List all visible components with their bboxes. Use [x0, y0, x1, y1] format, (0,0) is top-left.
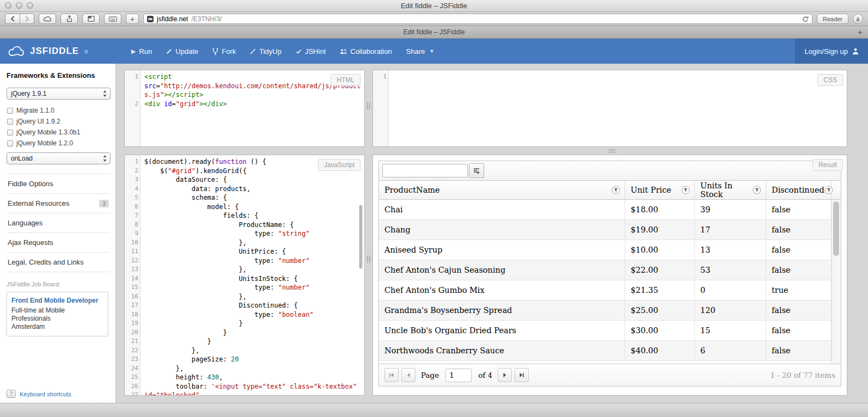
icloud-tabs-button[interactable]: [39, 14, 56, 24]
chevron-down-icon: ▼: [430, 48, 435, 54]
extension-checkbox-jquery-mobile-13[interactable]: jQuery Mobile 1.3.0b1: [7, 128, 110, 136]
section-label: Languages: [8, 219, 42, 227]
table-row[interactable]: Northwoods Cranberry Sauce$40.006false: [379, 341, 832, 361]
code-line: 14 UnitsInStock: {: [144, 274, 361, 284]
grid-cell: 6: [695, 341, 766, 360]
forward-button[interactable]: [20, 14, 34, 24]
menu-label: Share: [406, 47, 425, 56]
pager-page-input[interactable]: [445, 369, 472, 382]
minimize-window-button[interactable]: [16, 2, 22, 9]
help-button[interactable]: ?: [7, 390, 16, 398]
sidebar-item-external-resources[interactable]: External Resources 3: [7, 193, 110, 213]
menu-label: Run: [139, 47, 152, 56]
address-bar[interactable]: jsfiddle.net /E3TNH/3/: [143, 14, 812, 24]
pager-info: 1 - 20 of 77 items: [770, 371, 835, 379]
table-row[interactable]: Chai$18.0039false: [379, 200, 832, 220]
scrollbar-thumb[interactable]: [359, 205, 363, 269]
grid-scrollbar-track[interactable]: [832, 200, 841, 364]
seek-last-icon: [519, 372, 524, 378]
page-curl-extension-button[interactable]: [82, 14, 100, 24]
extension-checkbox-migrate[interactable]: Migrate 1.1.0: [7, 107, 110, 114]
splitter-grip: [368, 256, 370, 263]
column-header-label: Unit Price: [631, 186, 671, 194]
grid-search-input[interactable]: [382, 164, 468, 177]
line-number: 27: [125, 391, 138, 395]
check-icon: [296, 48, 302, 54]
new-tab-toolbar-button[interactable]: +: [126, 14, 139, 24]
grid-cell: false: [766, 220, 832, 240]
result-panel-label: Result: [812, 159, 843, 171]
html-editor[interactable]: 1<script src="http://demos.kendoui.com/c…: [125, 72, 364, 146]
pager-last-button[interactable]: [515, 368, 529, 382]
extension-checkbox-jquery-mobile-12[interactable]: jQuery Mobile 1.2.0: [7, 139, 110, 147]
back-button[interactable]: [5, 14, 20, 24]
table-row[interactable]: Chef Anton's Cajun Seasoning$22.0053fals…: [379, 260, 832, 280]
pager-next-button[interactable]: [498, 368, 512, 382]
column-header-discontinued[interactable]: Discontinued: [766, 181, 832, 199]
menu-tidyup[interactable]: TidyUp: [243, 39, 289, 64]
line-number: 19: [125, 319, 138, 328]
active-tab[interactable]: Edit fiddle – JSFiddle: [0, 26, 868, 38]
css-editor[interactable]: 1: [373, 72, 847, 146]
vertical-splitter[interactable]: [365, 155, 372, 396]
table-row[interactable]: Chef Anton's Gumbo Mix$21.350true: [379, 280, 832, 301]
menu-jshint[interactable]: JSHint: [289, 39, 333, 64]
new-tab-button[interactable]: +: [858, 26, 863, 38]
filter-icon[interactable]: [612, 186, 620, 194]
menu-run[interactable]: ▶ Run: [124, 39, 159, 64]
column-header-unit-price[interactable]: Unit Price: [625, 181, 695, 199]
grid-scrollbar-thumb[interactable]: [833, 201, 839, 256]
page-curl-icon: [88, 16, 95, 22]
column-header-units-in-stock[interactable]: Units In Stock: [695, 181, 766, 199]
sidebar-item-languages[interactable]: Languages: [7, 213, 110, 232]
column-header-label: Units In Stock: [700, 181, 753, 199]
section-label: Legal, Credits and Links: [8, 258, 83, 266]
menu-collaboration[interactable]: Collaboration: [333, 39, 399, 64]
line-number: 17: [125, 301, 138, 310]
close-window-button[interactable]: [5, 2, 11, 9]
filter-icon[interactable]: [753, 186, 761, 194]
menu-update[interactable]: Update: [159, 39, 205, 64]
people-icon: [340, 48, 347, 54]
table-row[interactable]: Grandma's Boysenberry Spread$25.00120fal…: [379, 301, 832, 321]
js-editor[interactable]: 1$(document).ready(function () {2 $("#gr…: [125, 157, 364, 395]
grid-toolbar-button[interactable]: [469, 163, 484, 178]
keyboard-shortcuts-link[interactable]: Keyboard shortcuts: [20, 391, 71, 397]
column-header-productname[interactable]: ProductName: [379, 181, 625, 199]
grid-cell: 15: [695, 321, 766, 340]
keyboard-extension-button[interactable]: [104, 14, 121, 24]
table-row[interactable]: Chang$19.0017false: [379, 220, 832, 240]
vertical-splitter[interactable]: [365, 70, 372, 147]
table-row[interactable]: Aniseed Syrup$10.0013false: [379, 240, 832, 260]
framework-select[interactable]: jQuery 1.9.1: [7, 88, 111, 100]
login-signup-button[interactable]: Login/Sign up: [795, 39, 868, 64]
zoom-window-button[interactable]: [27, 2, 33, 9]
menu-share[interactable]: Share ▼: [399, 39, 442, 64]
sidebar-item-fiddle-options[interactable]: Fiddle Options: [7, 174, 110, 193]
downloads-button[interactable]: [853, 14, 863, 24]
jsfiddle-logo[interactable]: JSFIDDLEα: [0, 39, 124, 64]
refresh-button[interactable]: [802, 16, 809, 22]
pager-first-button[interactable]: [384, 368, 399, 382]
filter-icon[interactable]: [681, 186, 690, 194]
line-number: 1: [125, 157, 138, 167]
reader-button[interactable]: Reader: [817, 14, 848, 24]
extension-checkbox-jquery-ui[interactable]: jQuery UI 1.9.2: [7, 118, 110, 125]
sidebar-item-legal-credits[interactable]: Legal, Credits and Links: [7, 252, 110, 272]
menu-fork[interactable]: Fork: [205, 39, 243, 64]
code-line: 4 data: products,: [144, 185, 361, 194]
share-button[interactable]: [60, 14, 78, 24]
table-row[interactable]: Uncle Bob's Organic Dried Pears$30.0015f…: [379, 321, 832, 341]
job-title-link[interactable]: Front End Mobile Developer: [11, 297, 103, 305]
section-label: Ajax Requests: [8, 238, 53, 247]
header-menu: ▶ Run Update Fork TidyUp JSHint Collabor…: [124, 39, 441, 64]
refresh-icon: [802, 16, 809, 22]
sidebar-item-ajax-requests[interactable]: Ajax Requests: [7, 232, 110, 252]
code-line: 3 dataSource: {: [144, 175, 361, 185]
pager-prev-button[interactable]: [401, 368, 415, 382]
checkbox-icon: [7, 130, 13, 136]
onload-select[interactable]: onLoad: [7, 152, 111, 164]
pager-page-label: Page: [421, 371, 439, 379]
code-line: 13 },: [144, 265, 361, 274]
horizontal-splitter[interactable]: [124, 147, 847, 155]
